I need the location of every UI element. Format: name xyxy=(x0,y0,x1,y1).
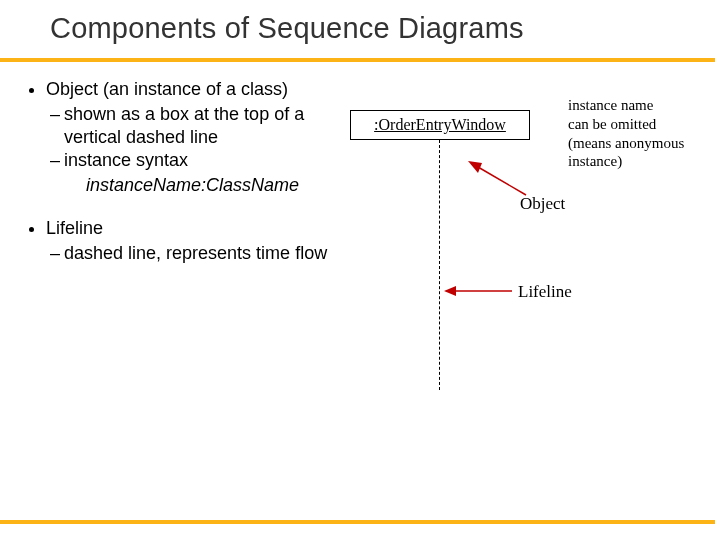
instance-syntax: instanceName:ClassName xyxy=(86,174,334,197)
subbullet-dashed: dashed line, represents time flow xyxy=(64,242,334,265)
lifeline-dashed xyxy=(439,140,440,390)
note-line: instance) xyxy=(568,152,708,171)
anonymous-note: instance name can be omitted (means anon… xyxy=(568,96,708,171)
subbullet-syntax: instance syntax xyxy=(64,149,334,172)
footer-underline xyxy=(0,520,715,524)
bullet-lifeline: Lifeline dashed line, represents time fl… xyxy=(46,217,334,265)
note-line: can be omitted xyxy=(568,115,708,134)
label-lifeline: Lifeline xyxy=(518,282,572,302)
bullet-object: Object (an instance of a class) shown as… xyxy=(46,78,334,197)
svg-marker-3 xyxy=(444,286,456,296)
object-box: :OrderEntryWindow xyxy=(350,110,530,140)
bullet-object-text: Object (an instance of a class) xyxy=(46,79,288,99)
slide: Components of Sequence Diagrams Object (… xyxy=(0,0,720,540)
svg-line-0 xyxy=(478,167,526,195)
note-line: instance name xyxy=(568,96,708,115)
bullet-lifeline-text: Lifeline xyxy=(46,218,103,238)
slide-title: Components of Sequence Diagrams xyxy=(50,12,524,45)
diagram: :OrderEntryWindow Object Lifeline xyxy=(350,110,580,410)
title-underline xyxy=(0,58,715,62)
note-line: (means anonymous xyxy=(568,134,708,153)
svg-marker-1 xyxy=(468,161,482,173)
body-text: Object (an instance of a class) shown as… xyxy=(24,78,334,285)
label-object: Object xyxy=(520,194,565,214)
subbullet-box: shown as a box at the top of a vertical … xyxy=(64,103,334,149)
